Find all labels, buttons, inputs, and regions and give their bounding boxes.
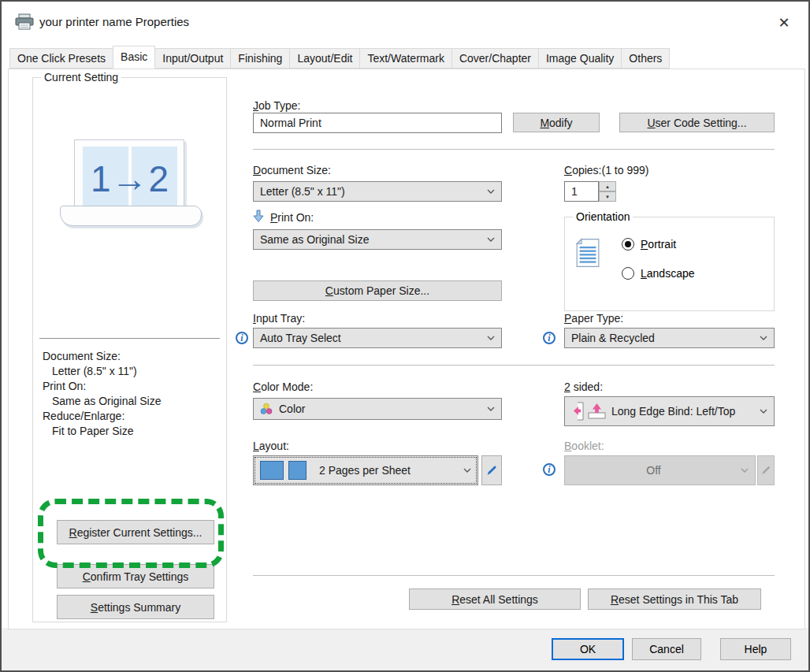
copies-label: Copies:(1 to 999) [564, 164, 648, 176]
separator [253, 365, 775, 366]
settings-summary-button[interactable]: Settings Summary [57, 595, 214, 619]
tab-input-output[interactable]: Input/Output [154, 48, 231, 69]
copies-input[interactable]: 1 [564, 181, 599, 202]
separator [253, 575, 775, 576]
chevron-down-icon [487, 189, 495, 194]
tab-text-watermark[interactable]: Text/Watermark [359, 48, 452, 69]
summary-line: Reduce/Enlarge: [43, 409, 162, 424]
printer-properties-dialog: your printer name Properties ✕ One Click… [0, 0, 810, 672]
current-setting-legend: Current Setting [41, 71, 121, 84]
layout-edit-pencil-button[interactable] [481, 455, 502, 485]
color-mode-select[interactable]: Color [253, 398, 502, 420]
layout-select[interactable]: 2 Pages per Sheet [253, 455, 478, 485]
input-tray-label: Input Tray: [253, 312, 305, 325]
document-size-value: Letter (8.5" x 11") [260, 185, 345, 198]
document-size-select[interactable]: Letter (8.5" x 11") [253, 181, 502, 202]
title-bar: your printer name Properties ✕ [2, 2, 808, 44]
modify-button[interactable]: Modify [513, 113, 600, 132]
register-current-settings-button[interactable]: Register Current Settings... [57, 520, 214, 544]
color-dots-icon [260, 403, 273, 415]
two-sided-value: Long Edge Bind: Left/Top [611, 405, 735, 418]
layout-thumbnail-icon [288, 461, 307, 480]
input-tray-select[interactable]: Auto Tray Select [253, 328, 502, 348]
copies-spin-down[interactable]: ▼ [599, 191, 616, 202]
chevron-down-icon [487, 407, 495, 411]
reset-all-settings-button[interactable]: Reset All Settings [409, 588, 581, 610]
layout-value: 2 Pages per Sheet [319, 464, 411, 477]
user-code-setting-button[interactable]: User Code Setting... [619, 113, 775, 132]
paper-type-label: Paper Type: [564, 312, 623, 325]
pencil-icon [760, 465, 771, 476]
window-title: your printer name Properties [39, 15, 189, 28]
chevron-down-icon [741, 468, 749, 473]
preview-page: 1→2 [74, 139, 184, 209]
job-type-label: Job Type: [253, 99, 300, 112]
duplex-flip-icon [571, 401, 607, 421]
info-icon: i [543, 332, 555, 344]
summary-line: Letter (8.5" x 11") [43, 364, 162, 379]
copies-spin-up[interactable]: ▲ [599, 181, 616, 191]
custom-paper-size-button[interactable]: Custom Paper Size... [253, 280, 502, 301]
tab-cover-chapter[interactable]: Cover/Chapter [451, 48, 539, 69]
preview-1-to-2-text: 1→2 [75, 158, 185, 200]
layout-label: Layout: [253, 440, 289, 452]
landscape-label: Landscape [641, 267, 695, 280]
layout-thumbnail-icon [260, 461, 284, 480]
summary-line: Fit to Paper Size [43, 424, 162, 439]
tab-finishing[interactable]: Finishing [230, 48, 290, 69]
ok-button[interactable]: OK [552, 638, 624, 660]
preview-curled-sheet [60, 206, 202, 226]
tab-one-click-presets[interactable]: One Click Presets [9, 48, 113, 69]
booklet-edit-pencil-button-disabled [757, 455, 775, 485]
orientation-legend: Orientation [573, 210, 633, 223]
dialog-footer: OK Cancel Help [2, 628, 808, 670]
tab-basic[interactable]: Basic [113, 46, 155, 69]
print-on-arrow-icon [253, 210, 264, 223]
printer-icon [14, 13, 35, 31]
help-button[interactable]: Help [720, 638, 791, 660]
portrait-label: Portrait [641, 238, 676, 251]
booklet-select-disabled: Off [564, 455, 756, 485]
separator [253, 149, 775, 150]
print-on-value: Same as Original Size [260, 233, 370, 246]
tab-layout-edit[interactable]: Layout/Edit [289, 48, 360, 69]
portrait-page-icon [576, 238, 600, 268]
radio-unselected-icon [622, 267, 634, 280]
tab-image-quality[interactable]: Image Quality [538, 48, 622, 69]
cancel-button[interactable]: Cancel [632, 638, 701, 660]
booklet-label: Booklet: [564, 440, 604, 452]
two-sided-select[interactable]: Long Edge Bind: Left/Top [564, 396, 775, 426]
color-mode-value: Color [279, 403, 305, 415]
info-icon: i [236, 332, 248, 344]
landscape-radio[interactable]: Landscape [622, 267, 695, 280]
two-sided-label: 2 sided: [564, 381, 603, 393]
job-type-field[interactable]: Normal Print [253, 113, 502, 133]
chevron-down-icon [463, 468, 471, 473]
input-tray-value: Auto Tray Select [260, 332, 341, 344]
current-setting-group: Current Setting 1→2 Document Size: Lette… [32, 77, 227, 622]
print-on-label: Print On: [270, 211, 314, 224]
confirm-tray-settings-button[interactable]: Confirm Tray Settings [57, 564, 214, 588]
booklet-value: Off [646, 464, 660, 477]
layout-preview: 1→2 [33, 139, 226, 234]
summary-line: Same as Original Size [43, 394, 162, 409]
chevron-down-icon [487, 237, 495, 242]
chevron-down-icon [760, 336, 767, 340]
print-on-select[interactable]: Same as Original Size [253, 229, 502, 250]
portrait-radio[interactable]: Portrait [622, 238, 676, 251]
orientation-group: Orientation Portrait Landscape [564, 217, 775, 311]
document-size-label: Document Size: [253, 164, 331, 176]
paper-type-value: Plain & Recycled [571, 332, 655, 344]
close-button[interactable]: ✕ [771, 11, 797, 35]
settings-summary-text: Document Size: Letter (8.5" x 11") Print… [43, 349, 162, 439]
reset-settings-in-this-tab-button[interactable]: Reset Settings in This Tab [588, 588, 761, 610]
tab-others[interactable]: Others [621, 48, 670, 69]
summary-line: Document Size: [43, 349, 162, 364]
basic-tab-page: Current Setting 1→2 Document Size: Lette… [8, 69, 805, 629]
pencil-icon [485, 464, 498, 477]
current-setting-separator [39, 338, 220, 339]
chevron-down-icon [760, 409, 767, 414]
tab-strip: One Click Presets Basic Input/Output Fin… [9, 46, 669, 69]
chevron-down-icon [487, 336, 495, 340]
paper-type-select[interactable]: Plain & Recycled [564, 328, 775, 348]
